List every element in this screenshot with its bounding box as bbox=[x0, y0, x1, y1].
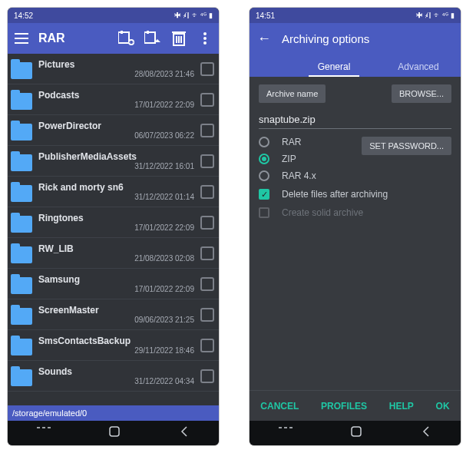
options-body: Archive name BROWSE... snaptube.zip RAR … bbox=[250, 77, 461, 390]
path-text: /storage/emulated/0 bbox=[12, 408, 87, 418]
recents-icon[interactable] bbox=[279, 426, 293, 440]
file-name: Sounds bbox=[38, 366, 194, 377]
file-date: 21/08/2023 02:08 bbox=[38, 254, 194, 263]
row-checkbox[interactable] bbox=[200, 277, 214, 291]
extract-archive-icon[interactable] bbox=[144, 29, 162, 48]
row-checkbox[interactable] bbox=[200, 369, 214, 383]
trash-icon[interactable] bbox=[170, 29, 188, 48]
overflow-icon[interactable] bbox=[196, 29, 214, 48]
help-button[interactable]: HELP bbox=[389, 401, 414, 412]
home-icon[interactable] bbox=[108, 425, 121, 441]
file-row[interactable]: Ringtones17/01/2022 22:09 bbox=[8, 207, 219, 238]
radio-rar[interactable]: RAR bbox=[259, 137, 316, 147]
row-checkbox[interactable] bbox=[200, 339, 214, 352]
tab-general[interactable]: General bbox=[292, 61, 376, 77]
file-row[interactable]: SmsContactsBackup29/11/2022 18:46 bbox=[8, 330, 219, 361]
app-title: RAR bbox=[38, 31, 65, 45]
ok-button[interactable]: OK bbox=[436, 401, 450, 412]
svg-rect-2 bbox=[15, 42, 28, 44]
browse-button[interactable]: BROWSE... bbox=[392, 84, 451, 103]
svg-rect-8 bbox=[144, 32, 155, 43]
back-arrow-icon[interactable]: ← bbox=[257, 31, 271, 47]
file-row[interactable]: Podcasts17/01/2022 22:09 bbox=[8, 84, 219, 115]
checkbox-delete-after[interactable]: ✓ Delete files after archiving bbox=[259, 189, 451, 200]
svg-rect-0 bbox=[15, 33, 28, 35]
status-bar: 14:52 ✱ ⋪‖ ᯤ ⁴ᴳ ▮ bbox=[8, 8, 219, 23]
file-name: Podcasts bbox=[38, 90, 194, 101]
file-name: SmsContactsBackup bbox=[38, 336, 194, 346]
set-password-button[interactable]: SET PASSWORD... bbox=[362, 137, 451, 155]
row-checkbox[interactable] bbox=[200, 216, 214, 230]
svg-rect-11 bbox=[172, 31, 186, 33]
svg-point-16 bbox=[203, 37, 207, 40]
app-bar: RAR bbox=[8, 23, 219, 54]
row-checkbox[interactable] bbox=[200, 308, 214, 322]
folder-icon bbox=[11, 308, 32, 325]
folder-icon bbox=[11, 369, 32, 386]
row-checkbox[interactable] bbox=[200, 185, 214, 199]
row-checkbox[interactable] bbox=[200, 62, 214, 76]
archive-name-label: Archive name bbox=[259, 84, 326, 103]
row-checkbox[interactable] bbox=[200, 154, 214, 168]
file-row[interactable]: Samsung17/01/2022 22:09 bbox=[8, 269, 219, 299]
status-time: 14:51 bbox=[256, 12, 275, 20]
file-row[interactable]: PublisherMediaAssets31/12/2022 16:01 bbox=[8, 146, 219, 177]
row-checkbox[interactable] bbox=[200, 93, 214, 107]
file-date: 28/08/2023 21:46 bbox=[38, 70, 194, 78]
radio-zip[interactable]: ZIP bbox=[259, 154, 316, 164]
file-name: PublisherMediaAssets bbox=[38, 151, 194, 162]
file-date: 29/11/2022 18:46 bbox=[38, 346, 194, 355]
file-row[interactable]: RW_LIB21/08/2023 02:08 bbox=[8, 238, 219, 269]
tab-advanced[interactable]: Advanced bbox=[376, 61, 461, 77]
file-name: Rick and morty sn6 bbox=[38, 182, 194, 193]
status-bar: 14:51 ✱ ⋪‖ ᯤ ⁴ᴳ ▮ bbox=[250, 8, 461, 23]
nav-bar bbox=[8, 421, 219, 445]
phone-right: 14:51 ✱ ⋪‖ ᯤ ⁴ᴳ ▮ ← Archiving options Ge… bbox=[250, 8, 461, 445]
svg-rect-21 bbox=[110, 427, 119, 436]
svg-rect-4 bbox=[121, 31, 123, 34]
folder-icon bbox=[11, 62, 32, 79]
svg-point-17 bbox=[203, 41, 207, 45]
back-icon[interactable] bbox=[179, 425, 190, 441]
app-bar: ← Archiving options bbox=[250, 23, 461, 54]
row-checkbox[interactable] bbox=[200, 124, 214, 137]
file-row[interactable]: ScreenMaster09/06/2023 21:25 bbox=[8, 299, 219, 330]
back-icon[interactable] bbox=[421, 425, 431, 441]
radio-rar4x[interactable]: RAR 4.x bbox=[259, 170, 316, 181]
home-icon[interactable] bbox=[350, 425, 362, 441]
svg-rect-25 bbox=[352, 427, 361, 436]
folder-icon bbox=[11, 124, 32, 141]
file-date: 31/12/2022 16:01 bbox=[38, 162, 194, 170]
file-row[interactable]: Rick and morty sn631/12/2022 01:14 bbox=[8, 177, 219, 207]
file-date: 17/01/2022 22:09 bbox=[38, 223, 194, 232]
status-time: 14:52 bbox=[14, 12, 33, 20]
file-name: PowerDirector bbox=[38, 121, 194, 131]
svg-rect-1 bbox=[15, 38, 28, 39]
archive-name-input[interactable]: snaptube.zip bbox=[259, 111, 451, 129]
folder-icon bbox=[11, 154, 32, 171]
file-row[interactable]: Sounds31/12/2022 04:34 bbox=[8, 361, 219, 392]
status-right: ✱ ⋪‖ ᯤ ⁴ᴳ ▮ bbox=[174, 12, 213, 19]
file-date: 31/12/2022 01:14 bbox=[38, 193, 194, 201]
file-row[interactable]: PowerDirector06/07/2023 06:22 bbox=[8, 115, 219, 146]
nav-bar bbox=[250, 421, 461, 445]
screen-title: Archiving options bbox=[282, 32, 369, 45]
status-right: ✱ ⋪‖ ᯤ ⁴ᴳ ▮ bbox=[416, 12, 455, 19]
file-row[interactable]: Pictures28/08/2023 21:46 bbox=[8, 54, 219, 84]
file-name: ScreenMaster bbox=[38, 305, 194, 316]
svg-rect-13 bbox=[178, 36, 180, 43]
row-checkbox[interactable] bbox=[200, 246, 214, 260]
file-list[interactable]: Pictures28/08/2023 21:46Podcasts17/01/20… bbox=[8, 54, 219, 405]
path-bar[interactable]: /storage/emulated/0 bbox=[8, 405, 219, 421]
recents-icon[interactable] bbox=[37, 426, 51, 440]
add-archive-icon[interactable] bbox=[117, 29, 136, 48]
file-name: RW_LIB bbox=[38, 243, 194, 254]
profiles-button[interactable]: PROFILES bbox=[321, 401, 367, 412]
cancel-button[interactable]: CANCEL bbox=[260, 401, 299, 412]
menu-icon[interactable] bbox=[12, 29, 31, 48]
file-date: 31/12/2022 04:34 bbox=[38, 377, 194, 385]
file-name: Ringtones bbox=[38, 213, 194, 223]
file-date: 17/01/2022 22:09 bbox=[38, 101, 194, 109]
folder-icon bbox=[11, 339, 32, 355]
svg-rect-9 bbox=[147, 31, 149, 34]
